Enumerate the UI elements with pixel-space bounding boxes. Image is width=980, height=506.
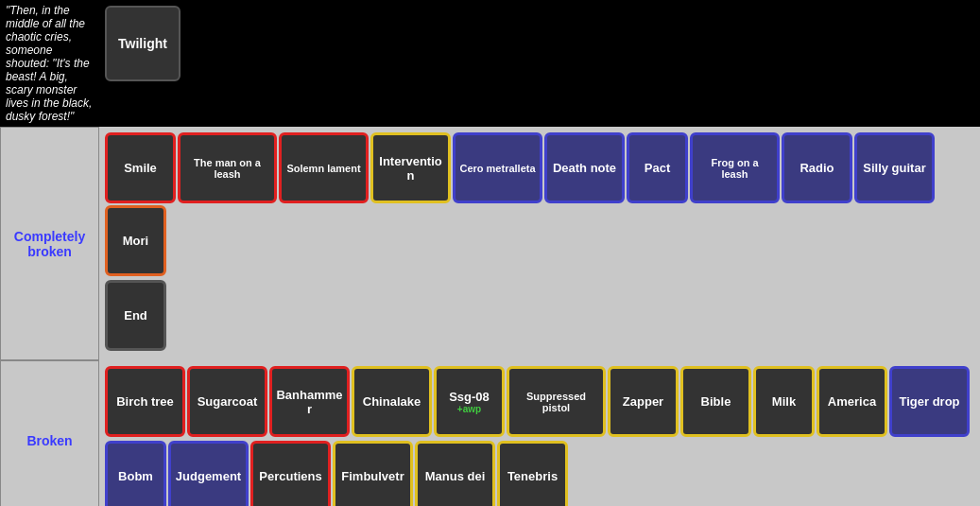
card-item[interactable]: Pact	[627, 132, 688, 203]
quote-text: "Then, in the middle of all the chaotic …	[6, 4, 92, 123]
card-item[interactable]: Fimbulvetr	[333, 441, 413, 506]
card-item[interactable]: Ssg-08+awp	[434, 366, 505, 437]
card-item[interactable]: Manus dei	[415, 441, 495, 506]
card-item[interactable]: Bible	[680, 366, 751, 437]
card-item[interactable]: Smile	[105, 132, 176, 203]
card-item[interactable]: Birch tree	[105, 366, 185, 437]
card-item[interactable]: End	[105, 280, 166, 351]
broken-row-1: Birch treeSugarcoatBanhammerChinalakeSsg…	[105, 366, 974, 437]
card-item[interactable]: Suppressed pistol	[507, 366, 606, 437]
completely-broken-label: Completely broken	[0, 127, 99, 360]
completely-broken-row-2: End	[105, 280, 974, 351]
quote-cell: "Then, in the middle of all the chaotic …	[0, 0, 99, 127]
card-item[interactable]: Solemn lament	[279, 132, 369, 203]
card-item[interactable]: Bobm	[105, 441, 166, 506]
card-item[interactable]: Radio	[782, 132, 852, 203]
card-item[interactable]: Silly guitar	[854, 132, 935, 203]
twilight-cell: Twilight	[99, 0, 980, 127]
card-item[interactable]: Mori	[105, 205, 166, 276]
card-item[interactable]: The man on a leash	[178, 132, 277, 203]
completely-broken-row-1: SmileThe man on a leashSolemn lamentInte…	[105, 132, 974, 276]
card-item[interactable]: Cero metralleta	[453, 132, 542, 203]
card-item[interactable]: Tenebris	[497, 441, 568, 506]
card-item[interactable]: Judgement	[168, 441, 249, 506]
card-item[interactable]: Zapper	[608, 366, 679, 437]
card-item[interactable]: Sugarcoat	[187, 366, 267, 437]
card-item[interactable]: Banhammer	[269, 366, 350, 437]
card-item[interactable]: Tiger drop	[889, 366, 970, 437]
twilight-card[interactable]: Twilight	[105, 6, 181, 81]
card-item[interactable]: Chinalake	[352, 366, 432, 437]
completely-broken-content: SmileThe man on a leashSolemn lamentInte…	[99, 127, 980, 360]
card-item[interactable]: Intervention	[370, 132, 451, 203]
card-item[interactable]: Percutiens	[250, 441, 331, 506]
card-item[interactable]: Death note	[544, 132, 625, 203]
card-item[interactable]: Frog on a leash	[690, 132, 780, 203]
broken-content: Birch treeSugarcoatBanhammerChinalakeSsg…	[99, 360, 980, 506]
main-grid: "Then, in the middle of all the chaotic …	[0, 0, 980, 506]
broken-row-2: BobmJudgementPercutiensFimbulvetrManus d…	[105, 441, 974, 506]
broken-label: Broken	[0, 360, 99, 506]
card-item[interactable]: America	[817, 366, 887, 437]
card-item[interactable]: Milk	[753, 366, 815, 437]
